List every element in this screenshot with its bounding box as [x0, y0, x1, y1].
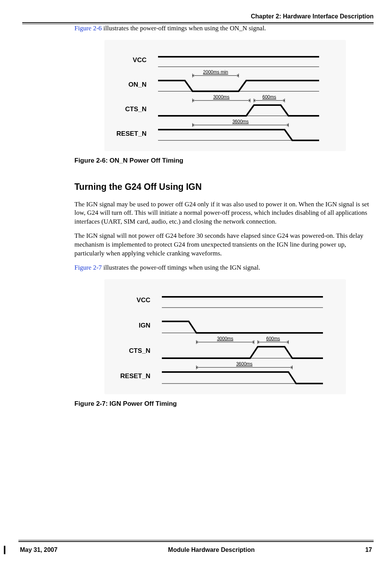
header-rule-thick [22, 22, 374, 23]
footer-date: May 31, 2007 [20, 546, 58, 554]
intro-text-2-rest: illustrates the power-off timings when u… [102, 264, 260, 271]
section-paragraph-1: The IGN signal may be used to power off … [74, 200, 370, 227]
timing-2000ms-min: 2000ms min [203, 69, 228, 75]
sig-label-cts-n: CTS_N [125, 105, 147, 113]
sig-label-ign: IGN [139, 322, 150, 329]
timing-3600ms-2: 3600ms [236, 361, 253, 367]
timing-600ms: 600ms [262, 94, 276, 100]
figure-2-6-diagram: VCC ON_N CTS_N RESET_N 2000ms min [104, 40, 346, 151]
intro-text-1-rest: illustrates the power-off timings when u… [102, 25, 266, 32]
intro-text-1: Figure 2-6 illustrates the power-off tim… [74, 24, 370, 33]
chapter-header: Chapter 2: Hardware Interface Descriptio… [22, 12, 374, 22]
timing-3000ms: 3000ms [213, 94, 230, 100]
sig-label-reset-n-2: RESET_N [120, 372, 150, 380]
footer-rule-thick [18, 541, 374, 542]
figure-2-7-link[interactable]: Figure 2-7 [74, 264, 102, 271]
section-title: Turning the G24 Off Using IGN [74, 181, 370, 193]
timing-3000ms-2: 3000ms [217, 336, 234, 341]
footer-title: Module Hardware Description [168, 546, 255, 554]
change-bar-icon [4, 546, 5, 554]
figure-2-7-caption: Figure 2-7: IGN Power Off Timing [74, 400, 370, 408]
figure-2-7-diagram: VCC IGN CTS_N RESET_N 3000ms [104, 279, 346, 394]
sig-label-cts-n-2: CTS_N [129, 347, 150, 354]
footer-rule-thin [18, 540, 374, 540]
sig-label-on-n: ON_N [128, 81, 147, 88]
figure-2-6-caption: Figure 2-6: ON_N Power Off Timing [74, 156, 370, 165]
sig-label-reset-n: RESET_N [117, 130, 147, 137]
section-paragraph-2: The IGN signal will not power off G24 be… [74, 232, 370, 258]
sig-label-vcc-2: VCC [137, 296, 150, 304]
header-rule-thin [22, 24, 374, 24]
timing-600ms-2: 600ms [266, 336, 280, 341]
figure-2-6-link[interactable]: Figure 2-6 [74, 25, 102, 32]
sig-label-vcc: VCC [133, 56, 147, 64]
intro-text-2: Figure 2-7 illustrates the power-off tim… [74, 263, 370, 272]
footer-page-number: 17 [365, 546, 372, 554]
timing-3600ms: 3600ms [232, 119, 249, 124]
